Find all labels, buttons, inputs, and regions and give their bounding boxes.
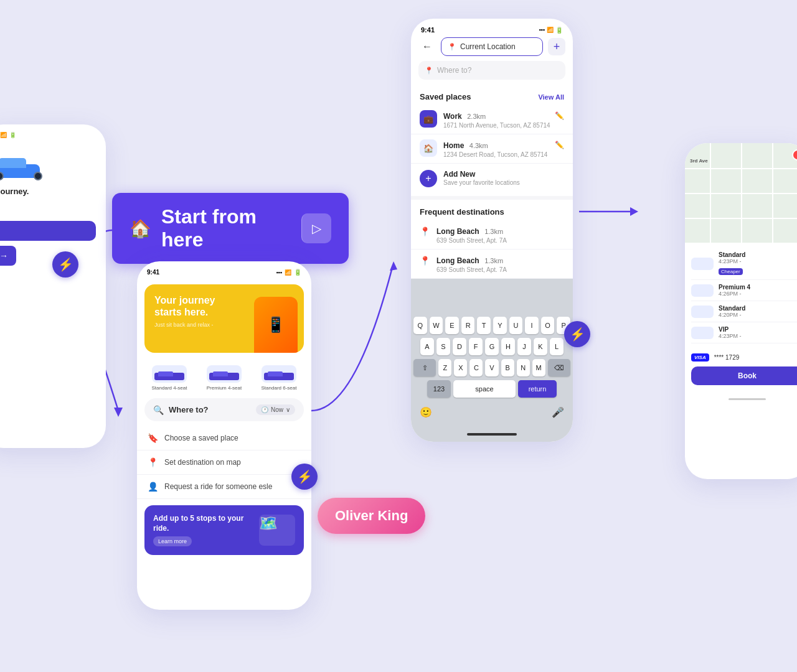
kb-v[interactable]: V	[485, 359, 498, 376]
kb-d[interactable]: D	[453, 338, 466, 355]
now-badge[interactable]: 🕐 Now ∨	[256, 404, 295, 415]
kb-space[interactable]: space	[453, 380, 516, 398]
payment-row[interactable]: VISA **** 1729	[685, 348, 797, 364]
ride-vip[interactable]: VIP 4:23PM -	[691, 322, 797, 343]
car-illustration	[0, 151, 47, 182]
person-icon: 👤	[147, 481, 158, 492]
map-street-v3	[772, 143, 773, 243]
kb-123[interactable]: 123	[427, 380, 451, 398]
kb-row-4: 123 space return	[413, 380, 570, 398]
frequent-dest-2[interactable]: 📍 Long Beach 1.3km 639 South Street, Apt…	[411, 250, 573, 279]
kb-m[interactable]: M	[532, 359, 545, 376]
home-edit-icon[interactable]: ✏️	[555, 141, 564, 149]
frequent-dest-1[interactable]: 📍 Long Beach 1.3km 639 South Street, Apt…	[411, 220, 573, 250]
mic-icon[interactable]: 🎤	[549, 404, 567, 421]
kb-t[interactable]: T	[477, 317, 491, 334]
chevron-down-icon: ∨	[286, 406, 290, 413]
freq-pin-icon-1: 📍	[420, 226, 430, 236]
emoji-icon[interactable]: 🙂	[417, 404, 435, 421]
saved-place-home[interactable]: 🏠 Home 4.3km 1234 Desert Road, Tucson, A…	[411, 134, 573, 164]
kb-h[interactable]: H	[501, 338, 515, 355]
lightning-icon-left: ⚡	[58, 257, 73, 272]
car-type-premium4[interactable]: Premium 4-seat	[199, 365, 249, 391]
kb-return[interactable]: return	[518, 380, 557, 398]
kb-s[interactable]: S	[436, 338, 450, 355]
kb-k[interactable]: K	[534, 338, 547, 355]
ride-name-vip: VIP	[719, 326, 797, 333]
home-name-row: Home 4.3km	[443, 139, 564, 151]
stops-illustration: 🗺️	[259, 515, 295, 546]
car-type-standard4[interactable]: Standard 4-seat	[144, 365, 194, 391]
freq-name-row-1: Long Beach 1.3km	[436, 225, 507, 236]
kb-b[interactable]: B	[501, 359, 514, 376]
freq-addr-2: 639 South Street, Apt. 7A	[436, 266, 507, 273]
ride-standard2[interactable]: Standard 4:20PM -	[691, 301, 797, 322]
work-name-row: Work 2.3km	[443, 110, 564, 121]
kb-shift[interactable]: ⇧	[413, 359, 436, 376]
current-location-input[interactable]: 📍 Current Location	[441, 37, 543, 56]
kb-e[interactable]: E	[445, 317, 459, 334]
kb-u[interactable]: U	[509, 317, 523, 334]
ride-options: Standard 4:23PM - Cheaper Premium 4 4:26…	[685, 243, 797, 348]
back-button[interactable]: ←	[418, 38, 436, 55]
left-status-bar: ▪▪▪ 📶 🔋	[0, 124, 106, 141]
option-map[interactable]: 📍 Set destination on map	[137, 450, 311, 475]
kb-w[interactable]: W	[430, 317, 443, 334]
option-saved-place[interactable]: 🔖 Choose a saved place	[137, 426, 311, 450]
cl-wifi: 📶	[285, 269, 291, 276]
kb-x[interactable]: X	[454, 359, 467, 376]
stops-learn-more[interactable]: Learn more	[153, 536, 192, 546]
left-wifi: 📶	[0, 132, 7, 138]
right-home-bar	[729, 398, 766, 400]
kb-z[interactable]: Z	[438, 359, 451, 376]
where-to-bar[interactable]: 🔍 Where to? 🕐 Now ∨	[144, 398, 304, 421]
work-edit-icon[interactable]: ✏️	[555, 111, 564, 120]
card-number: **** 1729	[714, 354, 740, 361]
view-all-button[interactable]: View All	[538, 93, 564, 101]
kb-j[interactable]: J	[517, 338, 531, 355]
kb-r[interactable]: R	[461, 317, 475, 334]
kb-y[interactable]: Y	[493, 317, 507, 334]
ride-time-standard: 4:23PM -	[719, 258, 797, 264]
ride-info-standard: Standard 4:23PM - Cheaper	[719, 251, 797, 276]
ride-name-standard2: Standard	[719, 305, 797, 312]
destination-row[interactable]: 📍 Where to?	[418, 61, 565, 80]
ride-premium[interactable]: Premium 4 4:26PM -	[691, 280, 797, 301]
add-new-row[interactable]: + Add New Save your favorite locations	[411, 164, 573, 196]
where-to-label: 🔍 Where to?	[153, 405, 209, 415]
kb-n[interactable]: N	[517, 359, 530, 376]
kb-row-2: A S D F G H J K L	[413, 338, 570, 355]
option-someone[interactable]: 👤 Request a ride for someone esle	[137, 475, 311, 499]
kb-c[interactable]: C	[469, 359, 483, 376]
dest-pin-icon: 📍	[425, 67, 433, 75]
left-arrow-button[interactable]: →	[0, 246, 16, 266]
left-journey-text: e journey.	[0, 187, 96, 196]
left-battery: 🔋	[9, 132, 16, 138]
cta-play-button[interactable]: ▷	[301, 213, 331, 243]
left-cta-button[interactable]	[0, 221, 96, 241]
kb-i[interactable]: I	[525, 317, 539, 334]
kb-a[interactable]: A	[420, 338, 434, 355]
car-type-standard6[interactable]: Standard 6-seat	[254, 365, 304, 391]
kb-delete[interactable]: ⌫	[548, 359, 570, 376]
home-dist: 4.3km	[469, 142, 488, 149]
cta-start-button[interactable]: 🏠 Start from here ▷	[112, 193, 349, 264]
ride-standard[interactable]: Standard 4:23PM - Cheaper	[691, 248, 797, 280]
map-street-v2	[741, 143, 742, 243]
kb-f[interactable]: F	[469, 338, 483, 355]
work-addr: 1671 North Avenue, Tucson, AZ 85714	[443, 122, 564, 129]
frequent-section: Frequent destinations 📍 Long Beach 1.3km…	[411, 196, 573, 279]
freq-dist-1: 1.3km	[484, 228, 503, 235]
kb-q[interactable]: Q	[413, 317, 427, 334]
map-pin-icon: 📍	[147, 457, 158, 468]
plus-button[interactable]: +	[548, 38, 565, 55]
kb-o[interactable]: O	[541, 317, 555, 334]
hero-banner-illustration: 📱	[254, 297, 298, 353]
book-button[interactable]: Book	[691, 366, 797, 385]
phone-left: ▪▪▪ 📶 🔋 e journey. →	[0, 124, 106, 448]
saved-place-work[interactable]: 💼 Work 2.3km 1671 North Avenue, Tucson, …	[411, 105, 573, 134]
kb-l[interactable]: L	[550, 338, 564, 355]
kb-bottom-row: 🙂 🎤	[413, 401, 570, 423]
kb-g[interactable]: G	[485, 338, 499, 355]
location-pin-icon: 📍	[448, 43, 456, 51]
